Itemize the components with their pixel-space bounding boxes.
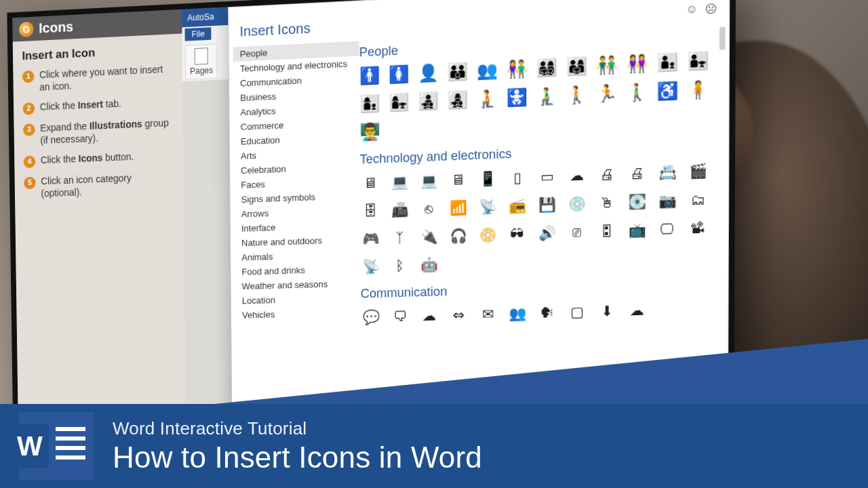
category-item[interactable]: Vehicles	[235, 305, 361, 323]
router-icon[interactable]: 📶	[448, 197, 469, 218]
person-female-icon[interactable]: 🚺	[389, 64, 410, 86]
couple-b-icon[interactable]: 👬	[596, 54, 618, 77]
usb-icon[interactable]: ᛉ	[389, 227, 410, 249]
step-number: 1	[22, 70, 35, 83]
speaker-icon[interactable]: 🔊	[536, 222, 557, 244]
cloud-chat-icon[interactable]: ☁	[418, 305, 439, 327]
disc-icon[interactable]: 💿	[566, 192, 588, 214]
phone-icon[interactable]: 📱	[477, 167, 498, 189]
wheelchair-icon[interactable]: ♿	[656, 80, 678, 102]
step-number: 5	[24, 177, 36, 190]
person-male-icon[interactable]: 🚹	[359, 65, 380, 87]
pages-label: Pages	[190, 66, 213, 77]
server-icon[interactable]: 🗄	[360, 200, 381, 222]
scan-cloud-icon[interactable]: ☁	[566, 164, 588, 186]
floppy-icon[interactable]: 💾	[536, 194, 557, 216]
remote-icon[interactable]: ⎚	[566, 221, 588, 243]
group-3b-icon[interactable]: 👨‍👩‍👧	[566, 56, 588, 78]
sidebar-title: Icons	[39, 19, 73, 37]
headset-chat-icon[interactable]: 🗣	[536, 302, 557, 323]
family-c-icon[interactable]: 👩‍👦	[359, 93, 380, 115]
baby-change-icon[interactable]: 🚼	[507, 87, 528, 109]
cloud-down-icon[interactable]: ☁	[626, 300, 648, 321]
clapper-icon[interactable]: 🎬	[687, 160, 709, 182]
usb-drive-icon[interactable]: 💽	[626, 190, 648, 213]
insert-button[interactable]: Insert	[649, 411, 672, 422]
printer-b-icon[interactable]: 🖨	[626, 162, 648, 184]
share-icon[interactable]: ⇔	[448, 304, 469, 326]
group-3-icon[interactable]: 👪	[447, 61, 468, 83]
scroll-down-icon[interactable]: ▾	[717, 385, 725, 394]
icon-pane-scrollbar[interactable]: ▴ ▾	[716, 26, 728, 392]
printer-icon[interactable]: 🖨	[596, 163, 618, 186]
laptop-icon[interactable]: 💻	[389, 171, 410, 192]
bluetooth-icon[interactable]: ᛒ	[389, 255, 410, 277]
desktop-icon[interactable]: 🖥	[360, 172, 381, 194]
download-icon[interactable]: ⬇	[596, 300, 618, 322]
scroll-thumb[interactable]	[719, 26, 726, 50]
disc-b-icon[interactable]: 📀	[477, 224, 498, 245]
tutorial-sidebar: G Icons Insert an Icon 1Click where you …	[12, 9, 186, 441]
sidebar-heading: Insert an Icon	[22, 42, 173, 63]
dialog-title: Insert Icons	[239, 20, 310, 40]
family-b-icon[interactable]: 👨‍👧	[687, 49, 709, 72]
monitor-icon[interactable]: 🖥	[448, 169, 469, 190]
projector-icon[interactable]: 📽	[687, 217, 709, 239]
person-bust-icon[interactable]: 👤	[418, 62, 439, 85]
smile-icon[interactable]: ☺	[686, 3, 698, 17]
mail-icon[interactable]: ✉	[477, 304, 498, 325]
walk-cane-icon[interactable]: 🚶‍♂️	[627, 81, 648, 104]
file-tab[interactable]: File	[184, 27, 211, 41]
step-number: 3	[23, 123, 35, 136]
chip-icon[interactable]: ⎋	[418, 198, 439, 220]
console-icon[interactable]: 🎛	[596, 220, 618, 242]
pages-group[interactable]: Pages	[185, 43, 218, 79]
couple-icon[interactable]: 👫	[507, 58, 528, 81]
step-text: Expand the Illustrations group (if neces…	[40, 117, 174, 146]
crawl-icon[interactable]: 🧎	[477, 87, 498, 110]
walk-icon[interactable]: 🚶	[566, 84, 588, 106]
files-icon[interactable]: 🗂	[687, 188, 709, 211]
mouse-icon[interactable]: 🖱	[596, 192, 618, 214]
comm-grid: 💬🗨☁⇔✉👥🗣▢⬇☁	[361, 298, 713, 327]
radio-icon[interactable]: 📻	[507, 195, 528, 216]
chat-icon[interactable]: 💬	[361, 306, 382, 327]
chats-icon[interactable]: 🗨	[389, 306, 410, 327]
group-4-icon[interactable]: 👨‍👩‍👧‍👦	[536, 57, 558, 79]
sidebar-body: Insert an Icon 1Click where you want to …	[13, 34, 186, 441]
tablet-b-icon[interactable]: ▭	[536, 165, 557, 187]
group-2-solid-icon[interactable]: 👥	[477, 60, 498, 82]
headphones-icon[interactable]: 🎧	[448, 225, 469, 247]
cancel-button[interactable]: Cancel	[682, 411, 711, 422]
cables-icon[interactable]: 🔌	[418, 226, 439, 247]
family-a-icon[interactable]: 👨‍👦	[656, 51, 678, 73]
run-icon[interactable]: 🏃	[596, 83, 618, 105]
parent-child-icon[interactable]: 👩‍👧	[389, 92, 410, 113]
word-app: AutoSa File Pages ? ✕	[182, 0, 730, 438]
tv-b-icon[interactable]: 🖵	[656, 218, 678, 241]
family-d-icon[interactable]: 👨‍👧‍👦	[418, 90, 439, 112]
antenna-icon[interactable]: 📡	[360, 256, 381, 277]
family-e-icon[interactable]: 👩‍👧‍👦	[447, 89, 468, 111]
vr-icon[interactable]: 🕶	[507, 223, 528, 245]
section-comm-title: Communication	[361, 277, 714, 302]
gamepad-icon[interactable]: 🎮	[360, 228, 381, 249]
tablet-icon[interactable]: ▯	[507, 167, 528, 188]
group-2c-icon[interactable]: 👭	[627, 53, 648, 75]
frown-icon[interactable]: ☹	[705, 2, 717, 16]
camera-icon[interactable]: 📷	[656, 190, 678, 212]
brand-logo-icon: G	[19, 21, 34, 37]
kneel-icon[interactable]: 🧎‍♂️	[536, 85, 558, 108]
scanner-icon[interactable]: 📠	[389, 199, 410, 220]
group-chat-icon[interactable]: 👥	[507, 302, 528, 324]
wifi-box-icon[interactable]: 📡	[477, 196, 498, 218]
shred-icon[interactable]: 📇	[656, 161, 678, 183]
robot-icon[interactable]: 🤖	[418, 254, 439, 276]
laptop-b-icon[interactable]: 💻	[418, 170, 439, 192]
tv-icon[interactable]: 📺	[626, 219, 648, 241]
page-icon	[195, 47, 208, 64]
stamp-icon[interactable]: ▢	[566, 301, 587, 323]
tutorial-steps: 1Click where you want to insert an icon.…	[22, 63, 174, 200]
podium-icon[interactable]: 🧍	[687, 79, 709, 101]
teach-icon[interactable]: 👨‍🏫	[359, 121, 380, 142]
